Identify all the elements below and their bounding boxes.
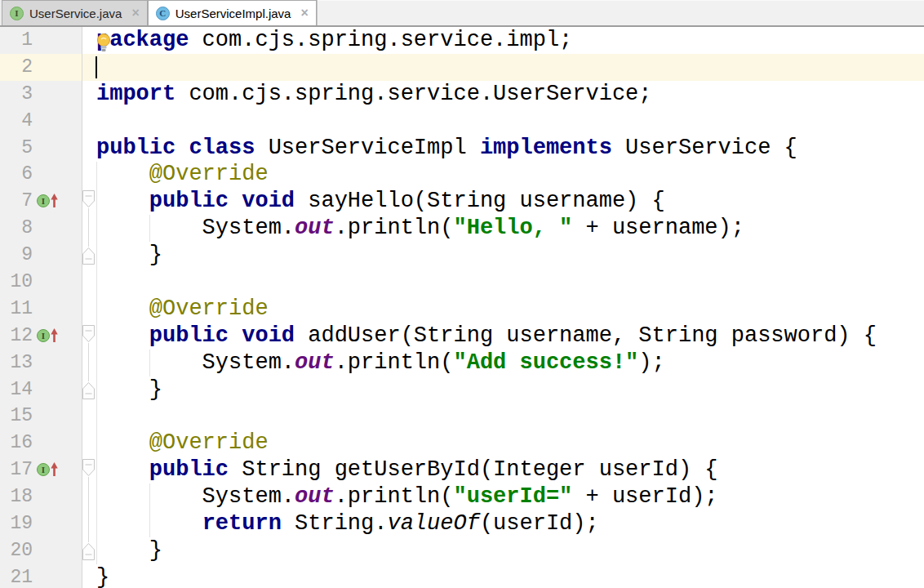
svg-text:I: I <box>42 331 45 341</box>
tab-userservice-java[interactable]: I UserService.java × <box>2 0 148 25</box>
svg-text:I: I <box>42 465 45 474</box>
line-number: 9 <box>0 242 33 269</box>
line-number: 15 <box>0 403 33 430</box>
line-number: 3 <box>0 81 33 108</box>
line-number: 13 <box>0 350 33 376</box>
code-line[interactable]: 15 <box>0 403 924 430</box>
fold-strip <box>82 215 96 242</box>
line-number: 18 <box>0 483 33 510</box>
line-number: 16 <box>0 430 33 457</box>
gutter[interactable]: 7I <box>0 188 82 215</box>
code-text: @Override <box>96 161 269 188</box>
fold-collapse-end-icon[interactable] <box>82 542 95 560</box>
close-icon[interactable]: × <box>131 7 139 20</box>
line-number: 1 <box>0 27 33 54</box>
gutter[interactable]: 16 <box>0 430 82 457</box>
code-line[interactable]: 10 <box>0 269 924 296</box>
tab-label: UserServiceImpl.java <box>175 7 291 20</box>
gutter[interactable]: 9 <box>0 242 82 269</box>
code-text: public void sayHello(String username) { <box>96 188 665 215</box>
interface-file-icon: I <box>10 7 24 20</box>
fold-strip <box>82 483 96 510</box>
line-number: 20 <box>0 537 33 564</box>
gutter[interactable]: 2 <box>0 54 82 81</box>
tab-userserviceimpl-java[interactable]: C UserServiceImpl.java × <box>148 0 317 25</box>
gutter[interactable]: 13 <box>0 350 82 376</box>
code-line[interactable]: 16 @Override <box>0 430 924 457</box>
gutter[interactable]: 17I <box>0 457 82 483</box>
line-number: 7 <box>0 188 33 215</box>
gutter[interactable]: 18 <box>0 483 82 510</box>
code-line[interactable]: 18 System.out.println("userId=" + userId… <box>0 483 924 510</box>
code-line[interactable]: 8 System.out.println("Hello, " + usernam… <box>0 215 924 242</box>
code-text: @Override <box>96 430 269 457</box>
code-text: System.out.println("Add success!"); <box>96 350 665 376</box>
code-text: public void addUser(String username, Str… <box>96 323 877 350</box>
code-line[interactable]: 12I public void addUser(String username,… <box>0 323 924 350</box>
fold-strip <box>82 54 96 81</box>
implements-method-icon[interactable]: I <box>36 327 60 345</box>
fold-strip <box>82 27 96 54</box>
gutter[interactable]: 5 <box>0 135 82 162</box>
fold-collapse-end-icon[interactable] <box>82 381 95 399</box>
gutter[interactable]: 12I <box>0 323 82 350</box>
code-text: } <box>96 564 109 588</box>
fold-collapse-start-icon[interactable] <box>82 325 95 343</box>
code-lines: 1package com.cjs.spring.service.impl;23i… <box>0 27 924 588</box>
code-line[interactable]: 14 } <box>0 376 924 403</box>
line-number: 19 <box>0 510 33 537</box>
code-line[interactable]: 19 return String.valueOf(userId); <box>0 510 924 537</box>
line-number: 6 <box>0 161 33 188</box>
gutter[interactable]: 4 <box>0 108 82 135</box>
code-line[interactable]: 21} <box>0 564 924 588</box>
tab-label: UserService.java <box>29 7 122 20</box>
code-editor: 1package com.cjs.spring.service.impl;23i… <box>0 27 924 588</box>
code-line[interactable]: 17I public String getUserById(Integer us… <box>0 457 924 483</box>
gutter[interactable]: 11 <box>0 296 82 323</box>
fold-strip <box>82 296 96 323</box>
code-text: public class UserServiceImpl implements … <box>96 135 797 162</box>
gutter[interactable]: 1 <box>0 27 82 54</box>
fold-strip <box>82 135 96 162</box>
fold-strip <box>82 430 96 457</box>
gutter[interactable]: 15 <box>0 403 82 430</box>
gutter[interactable]: 8 <box>0 215 82 242</box>
svg-text:I: I <box>42 196 45 206</box>
code-line[interactable]: 6 @Override <box>0 161 924 188</box>
gutter[interactable]: 20 <box>0 537 82 564</box>
close-icon[interactable]: × <box>300 7 308 20</box>
code-line[interactable]: 11 @Override <box>0 296 924 323</box>
gutter[interactable]: 3 <box>0 81 82 108</box>
gutter[interactable]: 10 <box>0 269 82 296</box>
code-line[interactable]: 9 } <box>0 242 924 269</box>
code-line[interactable]: 4 <box>0 108 924 135</box>
implements-method-icon[interactable]: I <box>36 192 60 210</box>
tab-bar-filler <box>317 0 924 25</box>
gutter[interactable]: 21 <box>0 564 82 588</box>
gutter[interactable]: 6 <box>0 161 82 188</box>
code-line[interactable]: 13 System.out.println("Add success!"); <box>0 350 924 376</box>
code-line[interactable]: 7I public void sayHello(String username)… <box>0 188 924 215</box>
gutter[interactable]: 19 <box>0 510 82 537</box>
fold-strip <box>82 510 96 537</box>
gutter[interactable]: 14 <box>0 376 82 403</box>
code-line[interactable]: 20 } <box>0 537 924 564</box>
implements-method-icon[interactable]: I <box>36 461 60 479</box>
line-number: 21 <box>0 564 33 588</box>
code-text: return String.valueOf(userId); <box>96 510 599 537</box>
class-file-icon: C <box>156 7 170 20</box>
code-text: public String getUserById(Integer userId… <box>96 457 718 483</box>
code-line[interactable]: 2 <box>0 54 924 81</box>
fold-strip <box>82 81 96 108</box>
intention-bulb-icon[interactable] <box>96 33 113 55</box>
fold-collapse-start-icon[interactable] <box>82 459 95 477</box>
line-number: 11 <box>0 296 33 323</box>
code-line[interactable]: 5public class UserServiceImpl implements… <box>0 135 924 162</box>
line-number: 14 <box>0 376 33 403</box>
line-number: 10 <box>0 269 33 296</box>
code-line[interactable]: 1package com.cjs.spring.service.impl; <box>0 27 924 54</box>
code-line[interactable]: 3import com.cjs.spring.service.UserServi… <box>0 81 924 108</box>
fold-collapse-start-icon[interactable] <box>82 190 95 208</box>
fold-collapse-end-icon[interactable] <box>82 247 95 265</box>
code-text: System.out.println("Hello, " + username)… <box>96 215 744 242</box>
